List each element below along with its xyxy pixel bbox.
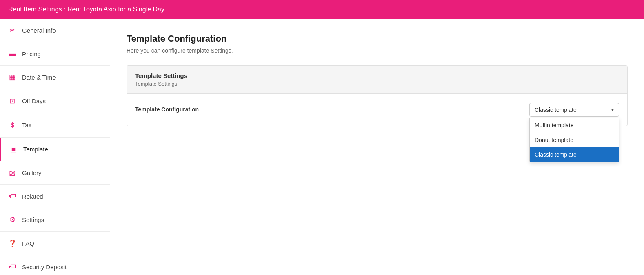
settings-card: Template Settings Template Settings Temp… [127, 65, 628, 126]
sidebar-item-pricing[interactable]: ▬Pricing [0, 42, 110, 66]
sidebar-item-label: Settings [22, 216, 44, 223]
template-icon: ▣ [9, 145, 18, 153]
sidebar-item-label: Template [23, 146, 48, 153]
sidebar-item-label: Tax [22, 122, 31, 129]
card-body: Template Configuration Muffin templateDo… [127, 94, 627, 126]
general-info-icon: ✂ [8, 26, 16, 35]
sidebar-item-off-days[interactable]: ⊡Off Days [0, 89, 110, 113]
sidebar-item-label: General Info [22, 27, 56, 34]
app-header: Rent Item Settings : Rent Toyota Axio fo… [0, 0, 644, 19]
sidebar: ✂General Info▬Pricing▦Date & Time⊡Off Da… [0, 19, 110, 275]
sidebar-item-tax[interactable]: ＄Tax [0, 113, 110, 138]
tax-icon: ＄ [8, 120, 16, 130]
sidebar-item-security-deposit[interactable]: 🏷Security Deposit [0, 255, 110, 275]
sidebar-item-date-time[interactable]: ▦Date & Time [0, 66, 110, 89]
sidebar-item-label: Pricing [22, 51, 41, 58]
card-header: Template Settings Template Settings [127, 66, 627, 94]
date-time-icon: ▦ [8, 73, 16, 82]
header-title: Rent Item Settings : Rent Toyota Axio fo… [8, 6, 164, 13]
template-dropdown-wrapper: Muffin templateDonut templateClassic tem… [529, 103, 619, 117]
pricing-icon: ▬ [8, 50, 16, 58]
off-days-icon: ⊡ [8, 97, 16, 105]
settings-icon: ⚙ [8, 215, 16, 224]
sidebar-item-faq[interactable]: ❓FAQ [0, 232, 110, 255]
sidebar-item-label: Off Days [22, 98, 46, 104]
sidebar-item-label: Related [22, 193, 43, 200]
dropdown-option-classic[interactable]: Classic template [530, 147, 619, 162]
card-header-sub: Template Settings [135, 81, 619, 87]
sidebar-item-settings[interactable]: ⚙Settings [0, 208, 110, 232]
sidebar-item-related[interactable]: 🏷Related [0, 185, 110, 208]
sidebar-item-label: Gallery [22, 169, 42, 176]
sidebar-item-general-info[interactable]: ✂General Info [0, 19, 110, 42]
main-content: Template Configuration Here you can conf… [110, 19, 644, 275]
related-icon: 🏷 [8, 192, 16, 200]
faq-icon: ❓ [8, 239, 16, 248]
dropdown-option-donut[interactable]: Donut template [530, 133, 619, 147]
sidebar-item-label: Security Deposit [22, 264, 67, 271]
sidebar-item-gallery[interactable]: ▨Gallery [0, 161, 110, 185]
dropdown-options-list: Muffin templateDonut templateClassic tem… [529, 118, 619, 162]
sidebar-item-label: Date & Time [22, 74, 56, 81]
page-subtitle: Here you can configure template Settings… [127, 47, 628, 54]
card-header-title: Template Settings [135, 72, 619, 79]
gallery-icon: ▨ [8, 169, 16, 177]
sidebar-item-label: FAQ [22, 240, 34, 247]
page-title: Template Configuration [127, 33, 628, 44]
row-label: Template Configuration [135, 103, 199, 113]
security-deposit-icon: 🏷 [8, 263, 16, 271]
dropdown-option-muffin[interactable]: Muffin template [530, 118, 619, 133]
sidebar-item-template[interactable]: ▣Template [0, 138, 110, 161]
template-dropdown[interactable]: Muffin templateDonut templateClassic tem… [529, 103, 619, 117]
